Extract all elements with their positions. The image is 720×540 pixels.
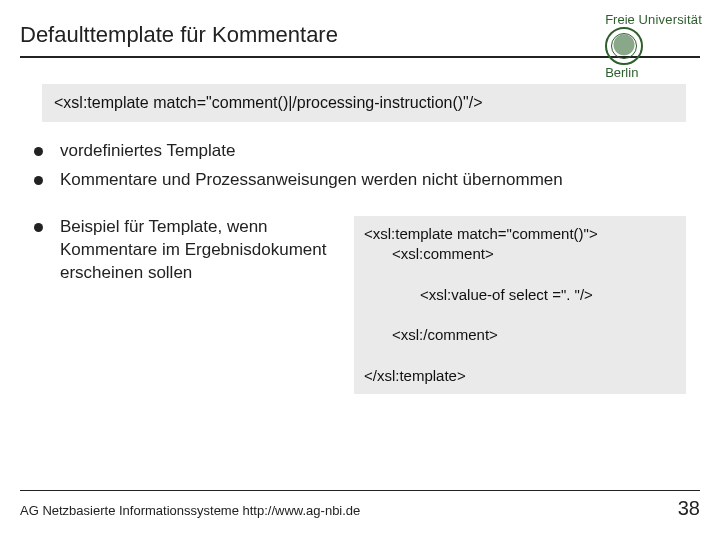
header: Defaulttemplate für Kommentare Freie Uni… — [0, 0, 720, 66]
slide-body: <xsl:template match="comment()|/processi… — [0, 66, 720, 394]
bullet-list-left: Beispiel für Template, wenn Kommentare i… — [34, 216, 344, 291]
logo-word-universitaet: Universität — [638, 12, 702, 27]
list-item: Kommentare und Prozessanweisungen werden… — [34, 169, 686, 192]
code-line: <xsl:template match="comment()"> — [364, 225, 598, 242]
bullet-list-top: vordefiniertes Template Kommentare und P… — [34, 140, 686, 192]
code-line: <xsl:/comment> — [364, 325, 676, 345]
code-box-top: <xsl:template match="comment()|/processi… — [42, 84, 686, 122]
list-item: vordefiniertes Template — [34, 140, 686, 163]
code-line: <xsl:value-of select =". "/> — [364, 285, 676, 305]
row-bottom: Beispiel für Template, wenn Kommentare i… — [34, 216, 686, 394]
page-number: 38 — [678, 497, 700, 520]
code-line: </xsl:template> — [364, 367, 466, 384]
university-logo: Freie Universität Berlin — [605, 12, 702, 80]
footer-divider — [20, 490, 700, 491]
list-item: Beispiel für Template, wenn Kommentare i… — [34, 216, 344, 285]
logo-word-berlin: Berlin — [605, 65, 638, 80]
logo-text: Freie Universität Berlin — [605, 12, 702, 80]
header-divider — [20, 56, 700, 58]
footer-row: AG Netzbasierte Informationssysteme http… — [20, 497, 700, 520]
footer-org: AG Netzbasierte Informationssysteme http… — [20, 503, 360, 518]
footer: AG Netzbasierte Informationssysteme http… — [0, 490, 720, 520]
slide: Defaulttemplate für Kommentare Freie Uni… — [0, 0, 720, 540]
code-box-example: <xsl:template match="comment()"> <xsl:co… — [354, 216, 686, 394]
slide-title: Defaulttemplate für Kommentare — [20, 22, 700, 48]
seal-icon — [605, 27, 643, 65]
code-line: <xsl:comment> — [364, 244, 676, 264]
logo-word-freie: Freie — [605, 12, 635, 27]
